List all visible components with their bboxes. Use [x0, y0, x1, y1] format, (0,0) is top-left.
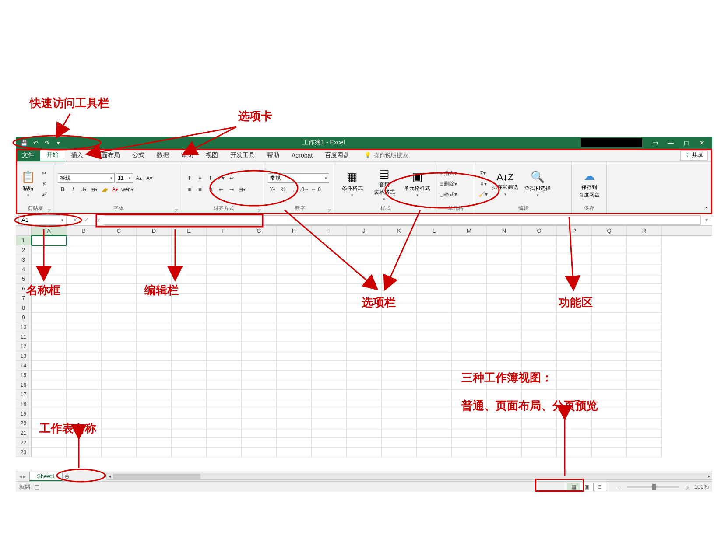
cell[interactable] — [312, 380, 347, 390]
row-header[interactable]: 19 — [16, 409, 32, 419]
row-header[interactable]: 14 — [16, 361, 32, 371]
format-painter-icon[interactable]: 🖌 — [39, 189, 49, 199]
cell[interactable] — [207, 390, 242, 399]
macro-record-icon[interactable]: ▢ — [34, 483, 39, 490]
decrease-indent-icon[interactable]: ⇤ — [216, 185, 226, 194]
cell[interactable] — [102, 265, 137, 274]
cell[interactable] — [522, 332, 557, 342]
maximize-button[interactable]: ◻ — [679, 137, 694, 148]
zoom-out-button[interactable]: − — [615, 483, 622, 490]
cell[interactable] — [137, 380, 172, 390]
cell[interactable] — [277, 428, 312, 438]
cell[interactable] — [627, 438, 662, 448]
cell[interactable] — [102, 255, 137, 265]
cell[interactable] — [32, 448, 67, 457]
collapse-ribbon-icon[interactable]: ⌃ — [701, 204, 712, 214]
cell[interactable] — [137, 448, 172, 457]
save-to-baidu-button[interactable]: ☁ 保存到 百度网盘 — [574, 167, 604, 201]
cell[interactable] — [382, 419, 417, 428]
cell[interactable] — [207, 284, 242, 294]
column-header[interactable]: P — [557, 226, 592, 235]
row-header[interactable]: 3 — [16, 255, 32, 265]
row-header[interactable]: 4 — [16, 265, 32, 274]
align-left-icon[interactable]: ≡ — [185, 185, 194, 194]
cell[interactable] — [137, 303, 172, 313]
cell[interactable] — [32, 236, 67, 245]
cell[interactable] — [207, 419, 242, 428]
fill-color-button[interactable]: ◢▾ — [100, 185, 109, 194]
insert-function-icon[interactable]: fx — [92, 215, 103, 225]
cell[interactable] — [207, 313, 242, 322]
cell[interactable] — [32, 255, 67, 265]
clear-icon[interactable]: 🧹▾ — [478, 189, 488, 199]
cell[interactable] — [347, 255, 382, 265]
cell[interactable] — [242, 390, 277, 399]
cell[interactable] — [382, 448, 417, 457]
cell[interactable] — [67, 448, 102, 457]
tab-file[interactable]: 文件 — [16, 149, 40, 161]
cell[interactable] — [347, 245, 382, 255]
horizontal-scrollbar[interactable]: ◂ ▸ — [106, 473, 712, 480]
cell[interactable] — [172, 255, 207, 265]
column-header[interactable]: K — [382, 226, 417, 235]
format-as-table-button[interactable]: ▤ 套用 表格格式▾ — [369, 167, 400, 201]
cell[interactable] — [557, 419, 592, 428]
cell[interactable] — [382, 245, 417, 255]
increase-indent-icon[interactable]: ⇥ — [227, 185, 236, 194]
tab-review[interactable]: 审阅 — [175, 149, 200, 161]
cell[interactable] — [67, 371, 102, 380]
cell[interactable] — [382, 371, 417, 380]
merge-cells-icon[interactable]: ⊟▾ — [237, 185, 247, 194]
align-middle-icon[interactable]: ≡ — [195, 173, 205, 183]
cell[interactable] — [557, 380, 592, 390]
cell[interactable] — [172, 438, 207, 448]
cell[interactable] — [277, 390, 312, 399]
cell[interactable] — [487, 342, 522, 351]
cell[interactable] — [557, 342, 592, 351]
cancel-icon[interactable]: ✕ — [69, 215, 81, 225]
row-header[interactable]: 15 — [16, 371, 32, 380]
row-header[interactable]: 2 — [16, 245, 32, 255]
cell[interactable] — [417, 438, 452, 448]
cell[interactable] — [137, 351, 172, 361]
cell[interactable] — [592, 371, 627, 380]
cell[interactable] — [487, 322, 522, 332]
cell[interactable] — [347, 265, 382, 274]
align-top-icon[interactable]: ⬆ — [185, 173, 194, 183]
tab-pagelayout[interactable]: 页面布局 — [89, 149, 126, 161]
cell[interactable] — [172, 303, 207, 313]
normal-view-button[interactable]: ▦ — [567, 483, 580, 491]
find-select-button[interactable]: 🔍 查找和选择▾ — [522, 167, 553, 201]
cell[interactable] — [172, 448, 207, 457]
cell[interactable] — [557, 351, 592, 361]
column-header[interactable]: N — [487, 226, 522, 235]
cell[interactable] — [67, 351, 102, 361]
cell[interactable] — [452, 284, 487, 294]
cell[interactable] — [102, 245, 137, 255]
cell[interactable] — [242, 284, 277, 294]
cell[interactable] — [32, 313, 67, 322]
cell[interactable] — [522, 294, 557, 303]
cell[interactable] — [312, 342, 347, 351]
cell[interactable] — [522, 245, 557, 255]
tab-formulas[interactable]: 公式 — [126, 149, 151, 161]
cell[interactable] — [207, 409, 242, 419]
column-header[interactable]: C — [102, 226, 137, 235]
cell[interactable] — [487, 236, 522, 245]
cell[interactable] — [522, 361, 557, 371]
row-header[interactable]: 11 — [16, 332, 32, 342]
cell[interactable] — [382, 380, 417, 390]
cell[interactable] — [102, 361, 137, 371]
cell[interactable] — [277, 342, 312, 351]
page-layout-view-button[interactable]: ▣ — [580, 483, 593, 491]
cell[interactable] — [137, 313, 172, 322]
cell[interactable] — [312, 236, 347, 245]
cell[interactable] — [382, 342, 417, 351]
cell[interactable] — [32, 390, 67, 399]
cell[interactable] — [312, 294, 347, 303]
cell[interactable] — [277, 380, 312, 390]
comma-format-icon[interactable]: , — [289, 185, 299, 194]
column-header[interactable]: R — [627, 226, 662, 235]
paste-button[interactable]: 📋 粘贴 ▾ — [18, 167, 38, 201]
font-color-button[interactable]: A▾ — [110, 185, 120, 194]
